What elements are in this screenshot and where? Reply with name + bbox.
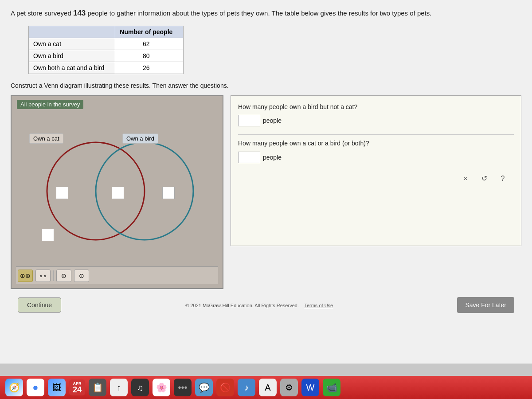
venn-cat-label: Own a cat <box>29 133 63 144</box>
toolbar-btn-circle1[interactable]: ⊙ <box>56 270 71 282</box>
taskbar-word-icon[interactable]: W <box>301 379 319 396</box>
problem-intro: A pet store surveyed <box>11 9 71 17</box>
venn-input-bird-only[interactable] <box>162 187 175 199</box>
diagram-area: All people in the survey Own a cat Own a… <box>11 95 521 289</box>
continue-button[interactable]: Continue <box>18 297 61 313</box>
venn-input-neither[interactable] <box>42 229 54 241</box>
answer-2-unit: people <box>263 154 282 161</box>
table-cell-label-2: Own a bird <box>29 50 115 62</box>
taskbar-finder-icon[interactable]: 🖼 <box>48 379 66 396</box>
venn-bird-label: Own a bird <box>122 133 158 144</box>
construct-instruction: Construct a Venn diagram illustrating th… <box>11 82 521 89</box>
table-cell-value-1: 62 <box>115 38 184 50</box>
table-cell-value-2: 80 <box>115 50 184 62</box>
taskbar: 🧭 ● 🖼 APR 24 📋 ↑ ♫ 🌸 ••• 💬 🚫 ♪ A ⚙ W 📹 <box>0 376 532 399</box>
taskbar-music-icon[interactable]: ♫ <box>131 379 149 396</box>
taskbar-dots-icon[interactable]: ••• <box>174 379 192 396</box>
taskbar-a-icon[interactable]: A <box>259 379 277 396</box>
answer-2-row: people <box>238 152 514 163</box>
toolbar-btn-two-circles[interactable]: ∘∘ <box>35 270 51 282</box>
questions-divider <box>238 134 514 135</box>
table-cell-label-3: Own both a cat and a bird <box>29 62 115 74</box>
taskbar-alert-icon[interactable]: 🚫 <box>216 379 234 396</box>
problem-statement: A pet store surveyed 143 people to gathe… <box>11 8 521 19</box>
table-row: Own a bird 80 <box>29 50 184 62</box>
venn-input-both[interactable] <box>112 187 124 199</box>
questions-panel: How many people own a bird but not a cat… <box>231 95 521 246</box>
venn-toolbar: ⊕⊕ ∘∘ ⊙ ⊙ <box>16 266 218 284</box>
venn-input-cat-only[interactable] <box>56 187 68 199</box>
taskbar-music2-icon[interactable]: ♪ <box>238 379 255 396</box>
problem-rest: people to gather information about the t… <box>87 9 431 17</box>
question-1-text: How many people own a bird but not a cat… <box>238 103 514 112</box>
table-cell-value-3: 26 <box>115 62 184 74</box>
question-1-block: How many people own a bird but not a cat… <box>238 103 514 127</box>
answer-2-input[interactable] <box>238 152 260 163</box>
table-row: Own a cat 62 <box>29 38 184 50</box>
toolbar-btn-circle2[interactable]: ⊙ <box>74 270 89 282</box>
taskbar-safari-icon[interactable]: 🧭 <box>5 379 23 396</box>
action-buttons: × ↺ ? <box>238 172 514 185</box>
save-later-button[interactable]: Save For Later <box>457 297 514 313</box>
taskbar-calendar-icon[interactable]: APR 24 <box>69 379 85 395</box>
venn-diagram-container: All people in the survey Own a cat Own a… <box>11 95 223 289</box>
answer-1-input[interactable] <box>238 115 260 126</box>
question-2-block: How many people own a cat or a bird (or … <box>238 139 514 163</box>
copyright-text: © 2021 McGraw-Hill Education. All Rights… <box>185 303 299 308</box>
answer-1-row: people <box>238 115 514 126</box>
answer-1-unit: people <box>263 117 282 124</box>
close-button[interactable]: × <box>459 172 472 185</box>
survey-number: 143 <box>73 9 86 17</box>
question-2-text: How many people own a cat or a bird (or … <box>238 139 514 148</box>
table-row: Own both a cat and a bird 26 <box>29 62 184 74</box>
help-button[interactable]: ? <box>496 172 509 185</box>
taskbar-photos-icon[interactable]: 🌸 <box>153 379 170 396</box>
venn-all-people-label: All people in the survey <box>17 100 83 109</box>
taskbar-chrome-icon[interactable]: ● <box>27 379 44 396</box>
survey-table: Number of people Own a cat 62 Own a bird… <box>28 26 184 74</box>
taskbar-facetime-icon[interactable]: 📹 <box>323 379 340 396</box>
undo-button[interactable]: ↺ <box>477 172 491 185</box>
taskbar-messages-icon[interactable]: 💬 <box>195 379 213 396</box>
toolbar-btn-circles[interactable]: ⊕⊕ <box>18 270 33 282</box>
table-header-count: Number of people <box>115 26 184 38</box>
venn-svg-area: Own a cat Own a bird <box>16 116 218 266</box>
taskbar-day: 24 <box>73 386 82 394</box>
table-cell-label-1: Own a cat <box>29 38 115 50</box>
taskbar-arrow-icon[interactable]: ↑ <box>110 379 128 396</box>
table-empty-header <box>29 26 115 38</box>
toolbar-divider <box>53 270 54 281</box>
taskbar-notes-icon[interactable]: 📋 <box>89 379 106 396</box>
terms-of-use-link[interactable]: Terms of Use <box>304 303 333 308</box>
taskbar-settings-icon[interactable]: ⚙ <box>280 379 298 396</box>
bottom-bar: Continue © 2021 McGraw-Hill Education. A… <box>11 293 521 317</box>
